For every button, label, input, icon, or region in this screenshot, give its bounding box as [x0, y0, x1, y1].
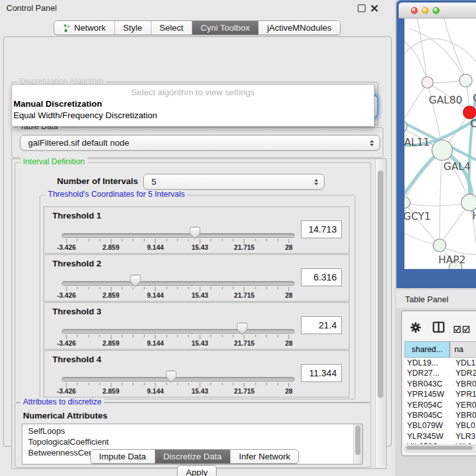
bottom-tab-discretize-data[interactable]: Discretize Data: [155, 450, 231, 463]
dropdown-option-manual-discretization[interactable]: Manual Discretization: [13, 99, 102, 109]
network-node-gal11[interactable]: [404, 120, 407, 133]
checkbox-checked-icon[interactable]: [463, 324, 470, 335]
thresholds-group-title: Threshold's Coordinates for 5 Intervals: [45, 190, 187, 199]
slider-thumb[interactable]: [165, 371, 176, 383]
threshold-panel-4: Threshold 4-3.4262.8599.14415.4321.71528: [43, 350, 349, 397]
table-row[interactable]: YBR043CYBR0: [404, 379, 476, 389]
slider-thumb[interactable]: [130, 275, 141, 288]
list-scrollbar[interactable]: [353, 424, 362, 464]
slider-tick: [244, 383, 245, 387]
network-edge[interactable]: [404, 39, 476, 71]
table-row[interactable]: YPR145WYPR1: [404, 389, 476, 399]
slider-tick: [199, 287, 200, 291]
close-window-icon[interactable]: [371, 4, 378, 12]
bottom-tab-infer-network[interactable]: Infer Network: [230, 450, 298, 463]
table-hscroll-thumb[interactable]: [406, 446, 473, 450]
network-edge[interactable]: [444, 19, 466, 81]
network-node-gal4[interactable]: [432, 140, 452, 160]
tab-jactivemnodules[interactable]: jActiveMNodules: [258, 21, 340, 35]
slider-tick-label: 21.715: [234, 339, 254, 347]
cell-shared-name: YBL079W: [404, 420, 451, 431]
network-node-node-top-right[interactable]: [459, 74, 472, 87]
slider-tick: [244, 239, 245, 243]
attribute-item[interactable]: TopologicalCoefficient: [28, 436, 362, 447]
slider-tick: [155, 239, 156, 243]
threshold-value-input[interactable]: [301, 364, 342, 382]
slider-tick: [266, 335, 267, 337]
table-row[interactable]: YDR27...YDR2: [404, 368, 476, 378]
slider-tick: [255, 287, 256, 289]
cell-name: YBR0: [451, 410, 476, 420]
number-of-intervals-combobox[interactable]: 5: [143, 174, 325, 190]
network-node-node-red[interactable]: [463, 106, 476, 119]
column-header-shared-name[interactable]: shared...: [404, 341, 450, 358]
network-node-node-right-mid[interactable]: [461, 194, 476, 211]
close-traffic-light-icon[interactable]: [411, 7, 418, 14]
network-node-hap2[interactable]: [433, 239, 446, 252]
network-node-gcy1[interactable]: [404, 197, 410, 208]
threshold-value-input[interactable]: [301, 220, 342, 238]
threshold-panel-2: Threshold 2-3.4262.8599.14415.4321.71528: [43, 254, 349, 302]
network-edge[interactable]: [417, 19, 427, 82]
network-canvas[interactable]: GAL80GACGAL11GAL4GCY1HHAP2: [404, 19, 476, 269]
list-scrollbar-thumb[interactable]: [355, 426, 360, 455]
gear-icon[interactable]: [410, 322, 421, 335]
slider-tick: [289, 239, 289, 243]
table-toolbar: [402, 311, 476, 341]
table-row[interactable]: YER054CYER0: [404, 400, 476, 410]
slider-tick: [255, 335, 256, 337]
split-columns-icon[interactable]: [433, 321, 445, 335]
desktop: Control Panel NetworkStyleSelectCyni Too…: [0, 0, 476, 476]
node-label-node-red: C: [470, 118, 476, 130]
slider-thumb[interactable]: [189, 227, 200, 240]
network-edge[interactable]: [404, 203, 470, 206]
zoom-traffic-light-icon[interactable]: [433, 7, 440, 14]
minimize-traffic-light-icon[interactable]: [422, 7, 429, 14]
table-row[interactable]: YBL079WYBL0: [404, 420, 476, 431]
table-horizontal-scrollbar[interactable]: [404, 445, 476, 452]
cell-shared-name: YPR145W: [404, 389, 451, 399]
tab-network[interactable]: Network: [54, 21, 114, 35]
slider-tick: [122, 239, 123, 242]
slider-tickzone: -3.4262.8599.14415.4321.71528: [66, 255, 289, 301]
interval-definition-group-title: Interval Definition: [20, 157, 88, 166]
table-data-combobox[interactable]: galFiltered.sif default node: [20, 135, 380, 151]
tab-cyni-toolbox[interactable]: Cyni Toolbox: [192, 21, 258, 35]
slider-tick: [166, 335, 167, 337]
network-edge[interactable]: [404, 203, 440, 245]
node-label-gal4: GAL4: [443, 160, 470, 173]
apply-button[interactable]: Apply: [177, 465, 217, 476]
network-edge[interactable]: [404, 82, 427, 127]
cell-shared-name: YER054C: [404, 400, 451, 410]
threshold-value-input[interactable]: [301, 316, 342, 334]
column-header-name[interactable]: na: [450, 341, 476, 358]
settings-scrollbar[interactable]: [375, 159, 385, 467]
bottom-tab-impute-data[interactable]: Impute Data: [91, 450, 155, 463]
network-node-gal80[interactable]: [422, 77, 433, 88]
slider-tick: [77, 383, 78, 385]
slider-tick-label: 21.715: [234, 243, 254, 251]
attribute-item[interactable]: SelfLoops: [28, 426, 362, 436]
checkbox-checked-icon[interactable]: [454, 324, 461, 335]
slider-tick: [100, 335, 100, 337]
network-edge[interactable]: [440, 150, 442, 245]
number-of-intervals-label: Number of Intervals: [23, 176, 138, 186]
slider-tick: [100, 287, 100, 289]
table-row[interactable]: YLR345WYLR3: [404, 431, 476, 441]
slider-tick: [122, 383, 123, 385]
settings-scrollbar-thumb[interactable]: [378, 171, 383, 398]
slider-tick-label: 2.859: [102, 387, 119, 395]
slider-tick: [66, 287, 67, 291]
table-row[interactable]: YIL052CYIL0: [404, 441, 476, 444]
table-row[interactable]: YBR045CYBR0: [404, 410, 476, 420]
cell-name: YBL0: [451, 420, 475, 431]
float-window-icon[interactable]: [358, 4, 365, 12]
network-edge[interactable]: [410, 29, 466, 81]
slider-thumb[interactable]: [236, 323, 247, 335]
slider-tick: [77, 335, 78, 337]
dropdown-option-equal-width-frequency[interactable]: Equal Width/Frequency Discretization: [13, 111, 157, 120]
table-row[interactable]: YDL19...YDL1: [404, 358, 476, 368]
threshold-value-input[interactable]: [301, 268, 342, 286]
tab-style[interactable]: Style: [114, 21, 151, 35]
tab-select[interactable]: Select: [151, 21, 192, 35]
